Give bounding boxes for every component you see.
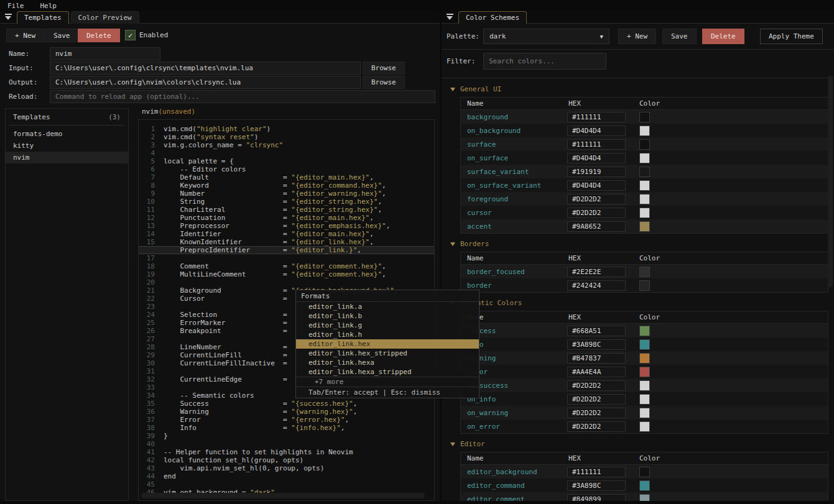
code-line[interactable]: 40 xyxy=(139,440,434,448)
hex-input[interactable]: #111111 xyxy=(567,139,626,150)
hex-input[interactable]: #B47837 xyxy=(567,353,626,364)
template-list-item-kitty[interactable]: kitty xyxy=(6,140,128,152)
code-line[interactable]: 37 Error = "{error.hex}", xyxy=(139,416,434,424)
color-swatch[interactable] xyxy=(639,380,650,391)
name-field[interactable]: nvim xyxy=(50,47,160,60)
color-swatch[interactable] xyxy=(639,126,650,136)
hex-input[interactable]: #242424 xyxy=(567,280,626,291)
code-line[interactable]: 10 String = "{editor_string.hex}", xyxy=(139,198,434,206)
save-palette-button[interactable]: Save xyxy=(662,29,697,44)
popup-item-editor_link.hexa_stripped[interactable]: editor_link.hexa_stripped xyxy=(296,367,479,377)
template-list-item-formats-demo[interactable]: formats-demo xyxy=(6,128,128,140)
code-line[interactable]: 9 Number = "{editor_warning.hex}", xyxy=(139,190,434,198)
hex-input[interactable]: #D2D2D2 xyxy=(567,380,626,391)
save-template-button[interactable]: Save xyxy=(45,29,79,42)
code-line[interactable]: 7 Default = "{editor_main.hex}", xyxy=(139,173,434,181)
code-line[interactable]: 5local palette = { xyxy=(139,157,434,165)
new-palette-button[interactable]: + New xyxy=(618,29,656,44)
hex-input[interactable]: #D2D2D2 xyxy=(567,194,626,204)
hex-input[interactable]: #D2D2D2 xyxy=(567,421,626,432)
code-line[interactable]: 14 Identifier = "{editor_main.hex}", xyxy=(139,230,434,238)
template-list-item-nvim[interactable]: nvim xyxy=(6,152,128,163)
color-swatch[interactable] xyxy=(639,208,650,218)
code-line[interactable]: 12 Punctuation = "{editor_main.hex}", xyxy=(139,214,434,222)
menu-help[interactable]: Help xyxy=(40,2,57,10)
new-template-button[interactable]: + New xyxy=(6,29,44,42)
code-line[interactable]: 15 KnownIdentifier = "{editor_link.hex}"… xyxy=(139,238,434,246)
tab-color-schemes[interactable]: Color Schemes xyxy=(458,11,527,24)
color-swatch[interactable] xyxy=(639,221,650,232)
hex-input[interactable]: #2E2E2E xyxy=(567,267,626,277)
code-line[interactable]: 38 Info = "{info.hex}", xyxy=(139,424,434,432)
hex-input[interactable]: #AA4E4A xyxy=(567,367,626,377)
code-line-current[interactable]: PreprocIdentifier = "{editor_link.}", xyxy=(139,246,434,254)
code-line[interactable]: 43 vim.api.nvim_set_hl(0, group, opts) xyxy=(139,464,434,472)
collapse-panel-icon[interactable] xyxy=(5,13,12,21)
code-line[interactable]: 35 Success = "{success.hex}", xyxy=(139,400,434,408)
tab-templates[interactable]: Templates xyxy=(17,11,69,24)
delete-palette-button[interactable]: Delete xyxy=(702,29,744,44)
hex-input[interactable]: #111111 xyxy=(567,467,626,477)
popup-item-editor_link.g[interactable]: editor_link.g xyxy=(296,321,479,330)
color-swatch[interactable] xyxy=(639,153,650,163)
code-line[interactable]: 11 CharLiteral = "{editor_string.hex}", xyxy=(139,206,434,214)
color-swatch[interactable] xyxy=(639,326,650,336)
color-swatch[interactable] xyxy=(639,267,650,277)
code-line[interactable]: 8 Keyword = "{editor_command.hex}", xyxy=(139,181,434,190)
code-line[interactable]: 17 xyxy=(139,254,434,262)
popup-item-editor_link.hex[interactable]: editor_link.hex xyxy=(296,339,479,349)
popup-item-editor_link.hex_stripped[interactable]: editor_link.hex_stripped xyxy=(296,349,479,358)
color-swatch[interactable] xyxy=(639,167,650,177)
color-swatch[interactable] xyxy=(639,421,650,432)
hex-input[interactable]: #D2D2D2 xyxy=(567,208,626,218)
section-header-borders[interactable]: Borders xyxy=(450,239,828,249)
color-swatch[interactable] xyxy=(639,280,650,291)
hex-input[interactable]: #D2D2D2 xyxy=(567,394,626,405)
color-swatch[interactable] xyxy=(639,408,650,418)
hex-input[interactable]: #3A898C xyxy=(567,480,626,491)
code-line[interactable]: 13 Preprocessor = "{editor_emphasis.hex}… xyxy=(139,222,434,230)
popup-item-editor_link.h[interactable]: editor_link.h xyxy=(296,330,479,339)
color-swatch[interactable] xyxy=(639,339,650,350)
popup-more-item[interactable]: +7 more xyxy=(296,377,479,387)
apply-theme-button[interactable]: Apply Theme xyxy=(760,29,823,44)
code-line[interactable]: 45 xyxy=(139,480,434,488)
input-path-field[interactable]: C:\Users\user\.config\clrsync\templates\… xyxy=(50,62,361,75)
hex-input[interactable]: #3A898C xyxy=(567,339,626,350)
code-line[interactable]: 1vim.cmd("highlight clear") xyxy=(139,125,434,133)
color-swatch[interactable] xyxy=(639,480,650,491)
hex-input[interactable]: #9A8652 xyxy=(567,221,626,232)
color-swatch[interactable] xyxy=(639,194,650,204)
tab-color-preview[interactable]: Color Preview xyxy=(71,11,139,24)
color-swatch[interactable] xyxy=(639,494,650,502)
code-line[interactable]: 42local function set_hl(group, opts) xyxy=(139,456,434,464)
section-header-editor[interactable]: Editor xyxy=(450,439,828,449)
color-swatch[interactable] xyxy=(639,112,650,122)
color-swatch[interactable] xyxy=(639,180,650,191)
code-line[interactable]: 19 MultiLineComment = "{editor_comment.h… xyxy=(139,270,434,278)
hex-input[interactable]: #191919 xyxy=(567,167,626,177)
color-swatch[interactable] xyxy=(639,353,650,364)
editor-horizontal-scrollbar[interactable] xyxy=(141,493,432,498)
delete-template-button[interactable]: Delete xyxy=(78,29,120,42)
hex-input[interactable]: #D4D4D4 xyxy=(567,153,626,163)
reload-command-field[interactable]: Command to reload app (optional)... xyxy=(50,90,435,103)
color-swatch[interactable] xyxy=(639,394,650,405)
enabled-checkbox[interactable]: ✓ xyxy=(125,30,136,40)
section-header-general-ui[interactable]: General UI xyxy=(450,85,828,94)
browse-input-button[interactable]: Browse xyxy=(363,62,405,75)
hex-input[interactable]: #111111 xyxy=(567,112,626,122)
code-line[interactable]: 44end xyxy=(139,472,434,480)
menu-file[interactable]: File xyxy=(7,2,24,10)
section-header-semantic-colors[interactable]: Semantic Colors xyxy=(450,298,828,308)
hex-input[interactable]: #D4D4D4 xyxy=(567,180,626,191)
code-line[interactable]: 36 Warning = "{warning.hex}", xyxy=(139,408,434,416)
panel-vertical-scrollbar[interactable] xyxy=(828,76,833,287)
popup-item-editor_link.a[interactable]: editor_link.a xyxy=(296,302,479,311)
hex-input[interactable]: #668A51 xyxy=(567,326,626,336)
code-line[interactable]: 4 xyxy=(139,149,434,157)
code-line[interactable]: 39} xyxy=(139,432,434,440)
hex-input[interactable]: #D2D2D2 xyxy=(567,408,626,418)
code-line[interactable]: 2vim.cmd("syntax reset") xyxy=(139,133,434,141)
color-swatch[interactable] xyxy=(639,367,650,377)
